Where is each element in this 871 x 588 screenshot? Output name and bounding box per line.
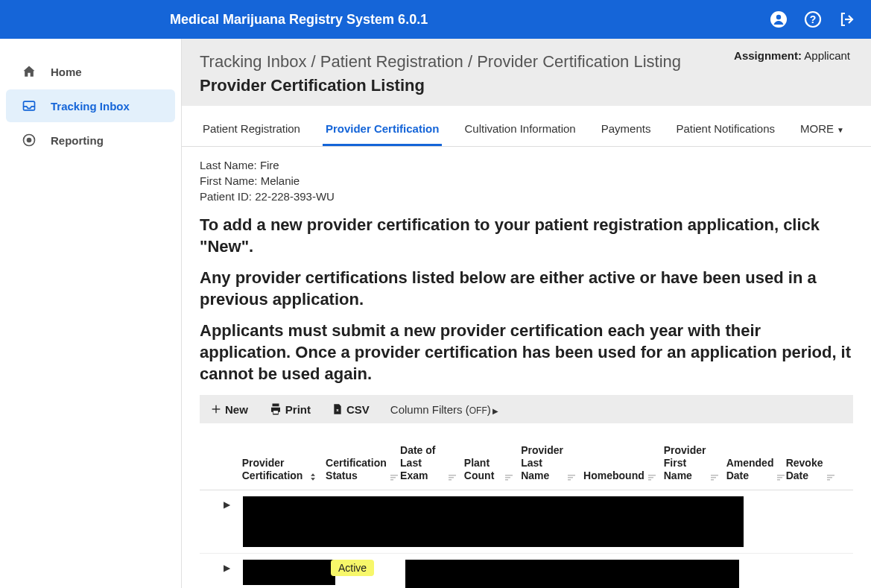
triangle-right-icon: ▶ [492,407,498,415]
svg-rect-31 [827,477,832,478]
tab-provider-certification[interactable]: Provider Certification [323,112,443,146]
svg-rect-15 [505,475,513,476]
tab-bar: Patient Registration Provider Certificat… [182,112,871,147]
col-amended-date[interactable]: Amended Date [726,444,779,481]
main-content: Assignment: Applicant Tracking Inbox / P… [181,39,871,588]
patient-info: Last Name: Fire First Name: Melanie Pati… [200,157,853,204]
caret-down-icon: ▼ [837,126,844,134]
table-header: Provider Certification Certification Sta… [200,434,853,490]
svg-rect-17 [505,479,508,481]
svg-rect-10 [390,477,396,478]
print-icon [269,402,282,416]
col-homebound[interactable]: Homebound [583,444,656,481]
sort-icon [308,472,318,482]
svg-rect-19 [568,477,573,478]
svg-rect-28 [777,477,782,478]
sidebar-item-label: Reporting [51,134,104,147]
reporting-icon [21,132,37,148]
sort-lines-icon [448,473,457,482]
svg-rect-18 [568,475,575,476]
help-icon[interactable]: ? [804,10,822,28]
tab-more[interactable]: MORE▼ [797,112,847,146]
svg-rect-23 [648,479,651,481]
col-provider-first-name[interactable]: Provider First Name [664,444,719,481]
redacted-content [243,560,335,585]
redacted-content [243,496,744,547]
sort-lines-icon [826,473,835,482]
tab-cultivation-information[interactable]: Cultivation Information [461,112,578,146]
svg-rect-14 [449,479,452,481]
svg-rect-30 [827,475,834,476]
svg-rect-24 [711,475,718,476]
header-icon-group: ? [770,10,856,28]
svg-rect-21 [648,475,656,476]
sort-lines-icon [647,473,656,482]
app-header: Medical Marijuana Registry System 6.0.1 … [0,0,871,39]
csv-button[interactable]: x CSV [332,402,370,416]
account-icon[interactable] [770,10,788,28]
plus-icon [210,403,222,415]
expand-row-icon[interactable]: ▶ [224,563,230,573]
sidebar-item-reporting[interactable]: Reporting [6,124,175,157]
col-date-last-exam[interactable]: Date of Last Exam [400,444,457,481]
col-provider-last-name[interactable]: Provider Last Name [521,444,576,481]
col-plant-count[interactable]: Plant Count [464,444,513,481]
sidebar: Home Tracking Inbox Reporting [0,39,181,588]
sidebar-item-label: Home [51,66,82,78]
expand-row-icon[interactable]: ▶ [224,499,230,510]
tab-patient-notifications[interactable]: Patient Notifications [673,112,778,146]
sort-lines-icon [390,473,399,482]
tab-payments[interactable]: Payments [598,112,654,146]
svg-text:?: ? [810,13,817,25]
svg-rect-26 [711,479,714,481]
table-row[interactable]: ▶ [200,490,853,554]
svg-rect-9 [390,475,398,476]
assignment-label: Assignment: Applicant [734,49,850,62]
svg-rect-22 [648,477,653,478]
breadcrumb-part[interactable]: Patient Registration [320,52,463,71]
new-button[interactable]: New [210,403,248,416]
sort-lines-icon [504,473,513,482]
svg-point-6 [28,139,31,142]
svg-rect-12 [449,475,456,476]
logout-icon[interactable] [838,10,856,28]
breadcrumb-part[interactable]: Tracking Inbox [200,52,306,71]
sort-lines-icon [567,473,576,482]
table-toolbar: New Print x CSV Column Filters (OFF)▶ [200,395,853,423]
file-icon: x [332,402,343,416]
svg-rect-32 [827,479,830,481]
sidebar-item-home[interactable]: Home [6,55,175,88]
svg-rect-16 [505,477,510,478]
svg-rect-20 [568,479,571,481]
svg-rect-29 [777,479,780,481]
breadcrumb-block: Assignment: Applicant Tracking Inbox / P… [182,39,871,106]
breadcrumb-part: Provider Certification Listing [477,52,681,71]
sidebar-item-tracking-inbox[interactable]: Tracking Inbox [6,89,175,122]
table-row[interactable]: ▶ Active [200,554,853,588]
col-certification-status[interactable]: Certification Status [326,444,393,481]
sort-lines-icon [776,473,785,482]
app-title: Medical Marijuana Registry System 6.0.1 [170,12,770,28]
home-icon [21,63,37,80]
page-title: Provider Certification Listing [200,76,853,95]
sort-lines-icon [710,473,719,482]
print-button[interactable]: Print [269,402,311,416]
instruction-text: Applicants must submit a new provider ce… [200,320,853,385]
svg-rect-27 [777,475,785,476]
status-badge: Active [331,560,374,576]
instruction-text: Any provider certifications listed below… [200,268,853,310]
certification-table: Provider Certification Certification Sta… [200,434,853,588]
sidebar-item-label: Tracking Inbox [51,100,130,113]
instruction-text: To add a new provider certification to y… [200,215,853,257]
redacted-content [405,560,739,588]
svg-point-1 [776,15,781,19]
inbox-icon [21,98,37,114]
tab-patient-registration[interactable]: Patient Registration [200,112,303,146]
svg-rect-25 [711,477,716,478]
col-revoke-date[interactable]: Revoke Date [786,444,835,481]
svg-rect-13 [449,477,454,478]
svg-rect-11 [390,479,393,481]
svg-rect-7 [273,411,278,414]
col-provider-certification[interactable]: Provider Certification [242,444,318,481]
column-filters-toggle[interactable]: Column Filters (OFF)▶ [390,403,498,416]
